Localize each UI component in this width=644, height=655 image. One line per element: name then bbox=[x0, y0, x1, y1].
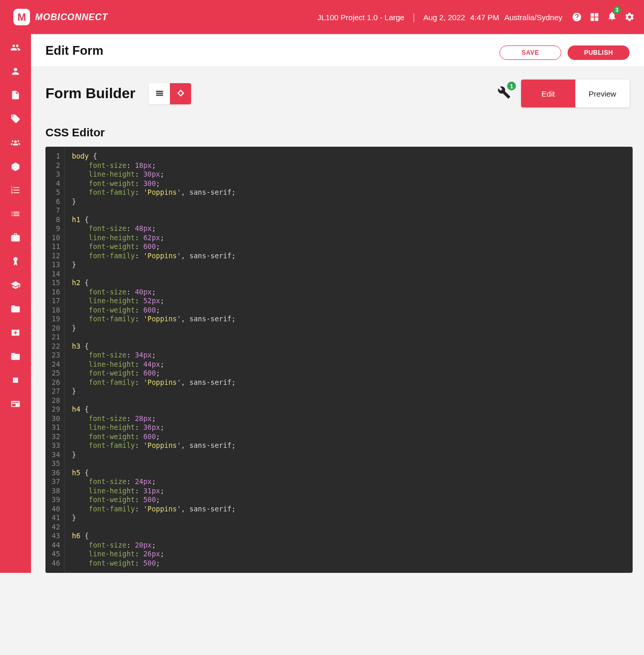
folder2-icon[interactable] bbox=[10, 351, 21, 362]
tab-preview[interactable]: Preview bbox=[575, 80, 630, 107]
stop-icon[interactable] bbox=[10, 375, 21, 385]
style-icon bbox=[176, 89, 185, 98]
graduation-icon[interactable] bbox=[10, 280, 21, 290]
list-icon[interactable] bbox=[10, 209, 21, 219]
page-title: Edit Form bbox=[45, 43, 103, 58]
publish-button[interactable]: PUBLISH bbox=[568, 45, 630, 60]
save-button[interactable]: SAVE bbox=[499, 45, 561, 60]
brand-text: MOBICONNECT bbox=[35, 12, 108, 23]
css-editor-title: CSS Editor bbox=[45, 126, 644, 139]
header-date: Aug 2, 2022 bbox=[423, 13, 465, 22]
header-info: JL100 Project 1.0 - Large | Aug 2, 2022 … bbox=[318, 12, 562, 23]
style-view-button[interactable] bbox=[170, 83, 191, 104]
users-icon[interactable] bbox=[10, 42, 21, 53]
logo-mark-icon: M bbox=[13, 9, 30, 25]
file-icon[interactable] bbox=[10, 90, 21, 100]
editor-code[interactable]: body { font-size: 18px; line-height: 30p… bbox=[65, 147, 633, 573]
sidebar bbox=[0, 34, 31, 573]
briefcase-icon[interactable] bbox=[10, 232, 21, 243]
box-icon[interactable] bbox=[10, 161, 21, 171]
user-icon[interactable] bbox=[10, 66, 21, 76]
tools-button[interactable]: 1 bbox=[497, 86, 511, 101]
builder-title: Form Builder bbox=[45, 85, 135, 102]
medical-icon[interactable] bbox=[10, 328, 21, 338]
notifications-button[interactable]: 3 bbox=[607, 11, 617, 23]
logo[interactable]: M MOBICONNECT bbox=[13, 9, 108, 25]
apps-icon[interactable] bbox=[589, 12, 600, 22]
editor-gutter: 1234567891011121314151617181920212223242… bbox=[45, 147, 65, 573]
separator: | bbox=[413, 12, 415, 23]
mode-tabs: Edit Preview bbox=[521, 80, 630, 107]
tools-badge: 1 bbox=[507, 82, 516, 90]
tag-icon[interactable] bbox=[10, 114, 21, 124]
header-timezone: Australia/Sydney bbox=[504, 13, 562, 22]
project-name[interactable]: JL100 Project 1.0 - Large bbox=[318, 13, 404, 22]
list-numbered-icon[interactable] bbox=[10, 185, 21, 195]
card-icon[interactable] bbox=[10, 399, 21, 409]
fields-view-button[interactable] bbox=[149, 83, 170, 104]
header-time: 4:47 PM bbox=[470, 13, 499, 22]
topbar: M MOBICONNECT JL100 Project 1.0 - Large … bbox=[0, 0, 644, 34]
help-icon[interactable] bbox=[572, 12, 582, 22]
settings-icon[interactable] bbox=[624, 12, 635, 22]
notification-badge: 3 bbox=[613, 6, 621, 14]
award-icon[interactable] bbox=[10, 256, 21, 267]
tab-edit[interactable]: Edit bbox=[521, 80, 575, 107]
css-editor[interactable]: 1234567891011121314151617181920212223242… bbox=[45, 147, 633, 573]
group-icon[interactable] bbox=[10, 137, 21, 148]
view-toggle-group bbox=[149, 83, 191, 104]
folder-icon[interactable] bbox=[10, 304, 21, 314]
table-icon bbox=[155, 89, 164, 98]
